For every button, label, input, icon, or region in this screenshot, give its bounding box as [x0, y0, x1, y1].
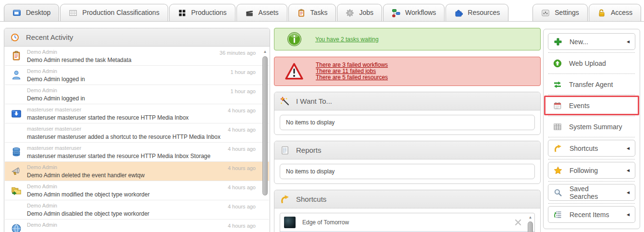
report-icon: [280, 146, 290, 155]
activity-item[interactable]: Demo Admin Demo Admin modified the objec…: [5, 181, 269, 200]
tab-tasks[interactable]: Tasks: [288, 4, 336, 21]
tab-desktop[interactable]: Desktop: [4, 4, 59, 21]
activity-timestamp: 4 hours ago: [228, 108, 256, 113]
activity-text: masteruser masteruser added a shortcut t…: [27, 134, 250, 140]
activity-timestamp: 4 hours ago: [228, 146, 256, 152]
tab-resources[interactable]: Resources: [446, 4, 508, 21]
table-icon: [553, 122, 562, 131]
activity-item[interactable]: masteruser masteruser masteruser masteru…: [5, 104, 269, 123]
activity-timestamp: 1 hour ago: [230, 69, 256, 75]
tab-settings[interactable]: Settings: [533, 4, 588, 21]
sidebar-item-system-summary[interactable]: System Summary: [548, 119, 635, 134]
activity-item[interactable]: Demo Admin Demo Admin resumed the task M…: [5, 47, 269, 66]
tab-productions[interactable]: Productions: [169, 4, 235, 21]
tasks-waiting-link[interactable]: You have 2 tasks waiting: [315, 36, 379, 43]
activity-text: Demo Admin disabled the object type work…: [27, 210, 250, 217]
reports-header: Reports: [274, 141, 540, 159]
transfer-icon: [553, 80, 562, 89]
activity-user: Demo Admin: [27, 183, 250, 189]
megaphone-icon: [11, 166, 22, 176]
activity-text: masteruser masteruser started the resour…: [27, 153, 250, 159]
shortcut-thumbnail: [284, 217, 296, 228]
wand-icon: [280, 97, 290, 106]
workflow-icon: [392, 9, 400, 17]
activity-timestamp: 36 minutes ago: [220, 50, 256, 56]
clipboard-icon: [297, 9, 306, 17]
sidebar-item-shortcuts[interactable]: Shortcuts ◄: [548, 140, 635, 157]
dotted-divider: [548, 181, 635, 182]
failure-links: There are 3 failed workflowsThere are 11…: [316, 62, 388, 81]
dotted-divider: [548, 52, 635, 53]
activity-text: Demo Admin modified the object type work…: [27, 191, 250, 198]
dotted-divider: [548, 116, 635, 116]
scroll-up-arrow-icon[interactable]: ▲: [527, 214, 533, 220]
clipboard-icon: [11, 50, 22, 61]
classifications-grid-icon: [69, 9, 77, 17]
user-icon: [11, 70, 22, 80]
tab-access[interactable]: Access: [589, 4, 641, 21]
close-icon[interactable]: [514, 219, 522, 226]
tabs-left-group: Desktop Production Classifications Produ…: [4, 4, 508, 21]
activity-timestamp: 4 hours ago: [228, 165, 256, 171]
activity-text: Demo Admin logged in: [27, 95, 250, 102]
activity-user: Demo Admin: [27, 222, 250, 228]
activity-timestamp: 1 hour ago: [230, 88, 256, 94]
activity-text: Demo Admin logged in: [27, 76, 250, 83]
tab-workflows[interactable]: Workflows: [383, 4, 445, 21]
sidebar-item-new[interactable]: New... ◄: [548, 33, 635, 50]
failure-link[interactable]: There are 5 failed resources: [316, 74, 388, 81]
activity-item[interactable]: masteruser masteruser masteruser masteru…: [5, 123, 269, 143]
collapse-arrow-icon: ◄: [626, 39, 631, 44]
info-icon: [287, 32, 302, 47]
sidebar-item-following[interactable]: Following ◄: [548, 162, 635, 179]
sidebar-item-events[interactable]: Events: [548, 98, 635, 113]
gear-icon: [346, 9, 354, 17]
activity-user: Demo Admin: [27, 164, 250, 170]
shortcuts-scrollbar[interactable]: ▲: [527, 214, 533, 232]
sidebar-item-transfer-agent[interactable]: Transfer Agent: [548, 76, 635, 92]
scrollbar-thumb[interactable]: [528, 221, 533, 232]
scrollbar-thumb[interactable]: [262, 56, 268, 195]
activity-item[interactable]: Demo Admin Demo Admin logged in 1 hour a…: [5, 85, 269, 104]
i-want-to-header: I Want To...: [274, 92, 540, 110]
dotted-divider: [548, 73, 635, 74]
activity-item[interactable]: Demo Admin 4 hours ago: [5, 220, 269, 232]
sidebar-item-recent-items[interactable]: Recent Items ◄: [548, 206, 635, 223]
sidebar-item-web-upload[interactable]: Web Upload: [548, 55, 635, 71]
widget-i-want-to: I Want To... No items to display: [274, 92, 541, 135]
sidebar-item-saved-searches[interactable]: Saved Searches ◄: [548, 184, 635, 201]
star-icon: [554, 166, 562, 175]
reports-title: Reports: [296, 146, 322, 154]
empty-state: No items to display: [280, 115, 535, 130]
recent-activity-scrollbar[interactable]: ▲: [262, 49, 268, 232]
tab-assets[interactable]: Assets: [236, 4, 287, 21]
dotted-divider: [548, 137, 635, 137]
activity-item[interactable]: Demo Admin Demo Admin disabled the objec…: [5, 200, 269, 220]
scroll-up-arrow-icon[interactable]: ▲: [262, 49, 268, 55]
recent-activity-list: Demo Admin Demo Admin resumed the task M…: [5, 47, 269, 232]
database-icon: [11, 147, 22, 157]
activity-user: masteruser masteruser: [27, 126, 250, 132]
shortcut-item[interactable]: Edge of Tomorrow: [280, 213, 534, 232]
activity-user: Demo Admin: [27, 49, 250, 55]
dashboard-widgets-column: You have 2 tasks waiting There are 3 fai…: [274, 28, 541, 232]
tab-jobs[interactable]: Jobs: [337, 4, 382, 21]
upload-icon: [553, 59, 562, 68]
i-want-to-title: I Want To...: [296, 97, 332, 105]
puzzle-icon: [454, 9, 463, 17]
activity-item[interactable]: Demo Admin Demo Admin logged in 1 hour a…: [5, 66, 269, 85]
activity-item[interactable]: masteruser masteruser masteruser masteru…: [5, 143, 269, 162]
activity-text: Demo Admin resumed the task Metadata: [27, 57, 250, 63]
inbox-icon: [11, 108, 22, 119]
warning-icon: [285, 62, 303, 81]
recent-activity-title: Recent Activity: [26, 33, 73, 41]
tab-production-classifications[interactable]: Production Classifications: [60, 4, 168, 21]
activity-item[interactable]: Demo Admin Demo Admin deleted the event …: [5, 162, 269, 181]
widget-reports: Reports No items to display: [274, 141, 541, 184]
recent-activity-header: Recent Activity: [4, 28, 270, 47]
activity-user: masteruser masteruser: [27, 107, 250, 112]
main-tabbar: Desktop Production Classifications Produ…: [0, 0, 644, 22]
shortcut-arrow-icon: [554, 144, 562, 153]
activity-user: masteruser masteruser: [27, 145, 250, 151]
i-want-to-body: No items to display: [274, 110, 540, 134]
